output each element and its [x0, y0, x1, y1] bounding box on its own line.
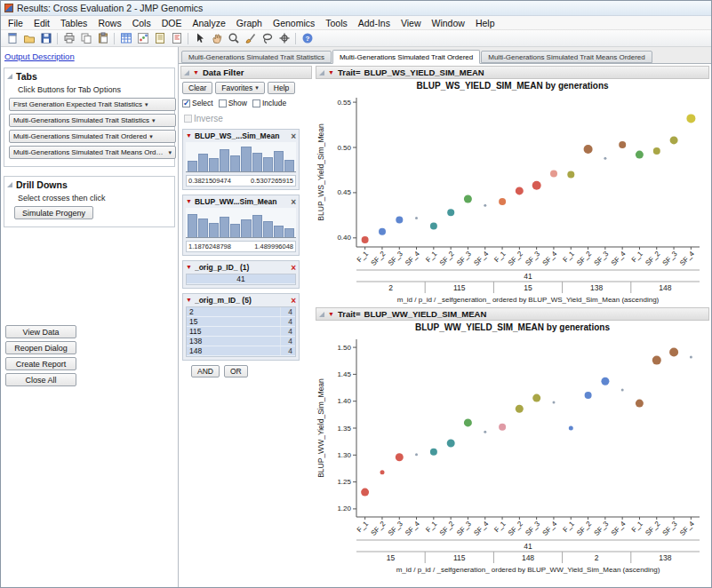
data-table-icon[interactable]: [118, 31, 133, 45]
report-tab-0[interactable]: Multi-Generations Simulated Trait Statis…: [181, 51, 332, 63]
menu-window[interactable]: Window: [427, 17, 470, 29]
filter-help-button[interactable]: Help: [268, 82, 295, 94]
report-tab-2[interactable]: Multi-Generations Simulated Trait Means …: [481, 51, 652, 63]
menu-doe[interactable]: DOE: [156, 17, 188, 29]
filter-value-row[interactable]: 1484: [187, 346, 295, 356]
include-checkbox-box[interactable]: [252, 99, 260, 107]
select-checkbox-box[interactable]: [182, 99, 190, 107]
lasso-icon[interactable]: [260, 31, 275, 45]
checkbox-inverse[interactable]: Inverse: [184, 114, 223, 123]
svg-text:2: 2: [595, 553, 599, 562]
menu-view[interactable]: View: [396, 17, 427, 29]
graph-icon[interactable]: [135, 31, 150, 45]
svg-text:F_1: F_1: [630, 520, 645, 535]
help-icon[interactable]: ?: [300, 31, 315, 45]
red-triangle-menu-icon[interactable]: ▼: [186, 198, 192, 205]
menu-tools[interactable]: Tools: [320, 17, 353, 29]
red-triangle-menu-icon[interactable]: ▼: [193, 69, 199, 76]
tab-option-button-1[interactable]: Multi-Generations Simulated Trait Statis…: [9, 114, 176, 127]
close-filter-icon[interactable]: ×: [291, 264, 296, 272]
scatter-plot-0[interactable]: BLUP_WS_Yield_Sim_Mean0.400.450.500.55F_…: [316, 92, 707, 306]
menu-bar: FileEditTablesRowsColsDOEAnalyzeGraphGen…: [1, 16, 711, 30]
tab-option-button-3[interactable]: Multi-Generations Simulated Trait Means …: [9, 146, 176, 159]
filter-value-row[interactable]: 24: [187, 307, 295, 317]
hand-tool-icon[interactable]: [209, 31, 224, 45]
paste-icon[interactable]: [95, 31, 110, 45]
action-button-close-all[interactable]: Close All: [5, 373, 76, 386]
disclosure-triangle-icon[interactable]: [7, 182, 12, 187]
filter-value-row[interactable]: 1154: [187, 327, 295, 337]
menu-tables[interactable]: Tables: [55, 17, 92, 29]
menu-edit[interactable]: Edit: [28, 17, 55, 29]
output-description-link[interactable]: Output Description: [4, 52, 75, 61]
chart-outline-header[interactable]: ▼Trait= BLUP_WS_YIELD_SIM_MEAN: [316, 66, 709, 79]
new-journal-icon[interactable]: [4, 31, 20, 45]
filter-clear-button[interactable]: Clear: [182, 82, 212, 94]
copy-icon[interactable]: [78, 31, 93, 45]
range-max-value[interactable]: 1.489996048: [254, 242, 293, 250]
action-button-view-data[interactable]: View Data: [5, 325, 76, 338]
open-folder-icon[interactable]: [21, 31, 36, 45]
arrow-tool-icon[interactable]: [192, 31, 207, 45]
disclosure-triangle-icon[interactable]: [184, 70, 189, 75]
checkbox-show[interactable]: Show: [219, 99, 247, 107]
range-max-value[interactable]: 0.5307265915: [251, 177, 293, 185]
zoom-icon[interactable]: [226, 31, 241, 45]
menu-help[interactable]: Help: [470, 17, 500, 29]
range-min-value[interactable]: 0.3821509474: [188, 177, 231, 185]
checkbox-select[interactable]: Select: [182, 99, 213, 107]
menu-file[interactable]: File: [3, 17, 28, 29]
svg-text:SF_3: SF_3: [455, 520, 473, 537]
disclosure-triangle-icon[interactable]: [319, 312, 324, 317]
red-triangle-menu-icon[interactable]: ▼: [328, 69, 334, 76]
menu-cols[interactable]: Cols: [127, 17, 156, 29]
report-tab-1[interactable]: Multi-Generations Simulated Trait Ordere…: [332, 50, 480, 64]
save-icon[interactable]: [38, 31, 53, 45]
filter-favorites-button[interactable]: Favorites▾: [215, 82, 264, 94]
drill-downs-header[interactable]: Drill Downs: [7, 179, 172, 194]
menu-rows[interactable]: Rows: [92, 17, 126, 29]
data-filter-outline-header[interactable]: ▼ Data Filter: [180, 66, 312, 79]
inverse-checkbox-box[interactable]: [184, 115, 192, 123]
journal-icon[interactable]: [152, 31, 167, 45]
script-icon[interactable]: [169, 31, 184, 45]
disclosure-triangle-icon[interactable]: [319, 70, 324, 75]
brush-icon[interactable]: [243, 31, 258, 45]
scatter-plot-1[interactable]: BLUP_WW_Yield_Sim_Mean1.201.251.301.351.…: [316, 334, 707, 576]
tab-option-button-0[interactable]: First Generation Expected Trait Statisti…: [9, 98, 176, 111]
chart-outline-header[interactable]: ▼Trait= BLUP_WW_YIELD_SIM_MEAN: [316, 307, 709, 321]
filter-value-row[interactable]: 1384: [187, 337, 295, 346]
filter-value-row[interactable]: 41: [187, 274, 295, 284]
dropdown-arrow-icon: ▾: [145, 101, 148, 108]
menu-genomics[interactable]: Genomics: [268, 17, 320, 29]
red-triangle-menu-icon[interactable]: ▼: [186, 264, 192, 271]
svg-text:41: 41: [524, 542, 532, 551]
show-checkbox-box[interactable]: [219, 99, 227, 107]
action-button-create-report[interactable]: Create Report: [5, 357, 76, 370]
filter-histogram[interactable]: [186, 142, 296, 172]
filter-histogram[interactable]: [186, 208, 296, 238]
print-icon[interactable]: [61, 31, 76, 45]
checkbox-include[interactable]: Include: [252, 99, 286, 107]
svg-text:1.20: 1.20: [337, 505, 351, 513]
menu-addins[interactable]: Add-Ins: [353, 17, 396, 29]
red-triangle-menu-icon[interactable]: ▼: [328, 311, 334, 318]
close-filter-icon[interactable]: ×: [291, 297, 296, 305]
logic-and-button[interactable]: AND: [191, 365, 220, 377]
menu-graph[interactable]: Graph: [231, 17, 268, 29]
red-triangle-menu-icon[interactable]: ▼: [186, 297, 192, 304]
action-button-reopen-dialog[interactable]: Reopen Dialog: [5, 341, 76, 354]
svg-text:SF_3: SF_3: [524, 520, 541, 537]
logic-or-button[interactable]: OR: [224, 365, 248, 377]
disclosure-triangle-icon[interactable]: [7, 74, 12, 79]
menu-analyze[interactable]: Analyze: [187, 17, 230, 29]
tab-option-button-2[interactable]: Multi-Generations Simulated Trait Ordere…: [9, 130, 176, 143]
crosshair-icon[interactable]: [276, 31, 292, 45]
close-filter-icon[interactable]: ×: [291, 198, 296, 206]
tabs-section-header[interactable]: Tabs: [7, 70, 172, 85]
red-triangle-menu-icon[interactable]: ▼: [186, 132, 192, 139]
simulate-progeny-button[interactable]: Simulate Progeny: [14, 206, 93, 219]
filter-value-row[interactable]: 154: [187, 317, 295, 327]
range-min-value[interactable]: 1.1876248798: [188, 242, 231, 250]
close-filter-icon[interactable]: ×: [291, 132, 296, 140]
